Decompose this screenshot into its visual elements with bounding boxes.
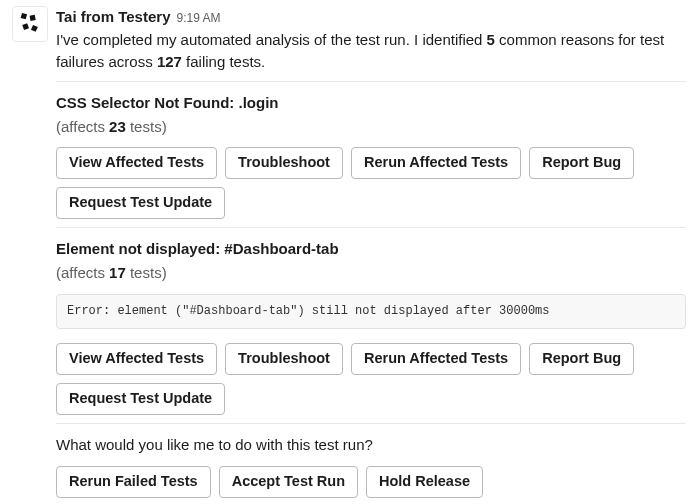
summary-failing-count: 127 bbox=[157, 53, 182, 70]
svg-rect-2 bbox=[22, 23, 29, 30]
troubleshoot-button[interactable]: Troubleshoot bbox=[225, 343, 343, 375]
message-content: Tai from Testery 9:19 AM I've completed … bbox=[56, 6, 686, 504]
affects-suffix: tests) bbox=[126, 118, 167, 135]
troubleshoot-button[interactable]: Troubleshoot bbox=[225, 147, 343, 179]
report-bug-button[interactable]: Report Bug bbox=[529, 343, 634, 375]
request-test-update-button[interactable]: Request Test Update bbox=[56, 187, 225, 219]
hold-release-button[interactable]: Hold Release bbox=[366, 466, 483, 498]
summary-text: I've completed my automated analysis of … bbox=[56, 29, 686, 73]
divider bbox=[56, 423, 686, 424]
section1-affects: (affects 23 tests) bbox=[56, 116, 686, 138]
message-timestamp[interactable]: 9:19 AM bbox=[176, 10, 220, 28]
svg-rect-1 bbox=[30, 15, 36, 21]
summary-reason-count: 5 bbox=[487, 31, 495, 48]
section1-buttons: View Affected Tests Troubleshoot Rerun A… bbox=[56, 147, 686, 179]
view-affected-tests-button[interactable]: View Affected Tests bbox=[56, 343, 217, 375]
sender-name[interactable]: Tai from Testery bbox=[56, 6, 170, 28]
accept-test-run-button[interactable]: Accept Test Run bbox=[219, 466, 358, 498]
sender-avatar[interactable] bbox=[12, 6, 48, 42]
divider bbox=[56, 81, 686, 82]
affects-prefix: (affects bbox=[56, 118, 109, 135]
rerun-affected-tests-button[interactable]: Rerun Affected Tests bbox=[351, 343, 521, 375]
testery-logo-icon bbox=[16, 10, 44, 38]
report-bug-button[interactable]: Report Bug bbox=[529, 147, 634, 179]
message-header: Tai from Testery 9:19 AM bbox=[56, 6, 686, 28]
section2-buttons: View Affected Tests Troubleshoot Rerun A… bbox=[56, 343, 686, 375]
summary-prefix: I've completed my automated analysis of … bbox=[56, 31, 487, 48]
section1-title: CSS Selector Not Found: .login bbox=[56, 92, 686, 114]
footer-buttons: Rerun Failed Tests Accept Test Run Hold … bbox=[56, 466, 686, 498]
svg-rect-3 bbox=[31, 25, 38, 32]
rerun-failed-tests-button[interactable]: Rerun Failed Tests bbox=[56, 466, 211, 498]
section1-buttons-row2: Request Test Update bbox=[56, 187, 686, 219]
divider bbox=[56, 227, 686, 228]
rerun-affected-tests-button[interactable]: Rerun Affected Tests bbox=[351, 147, 521, 179]
svg-rect-0 bbox=[21, 13, 27, 19]
slack-message: Tai from Testery 9:19 AM I've completed … bbox=[12, 6, 686, 504]
footer-question: What would you like me to do with this t… bbox=[56, 434, 686, 456]
error-code-block[interactable]: Error: element ("#Dashboard-tab") still … bbox=[56, 294, 686, 330]
affects-count: 23 bbox=[109, 118, 126, 135]
summary-suffix: failing tests. bbox=[182, 53, 265, 70]
section2-affects: (affects 17 tests) bbox=[56, 262, 686, 284]
section2-buttons-row2: Request Test Update bbox=[56, 383, 686, 415]
affects-suffix: tests) bbox=[126, 264, 167, 281]
affects-count: 17 bbox=[109, 264, 126, 281]
view-affected-tests-button[interactable]: View Affected Tests bbox=[56, 147, 217, 179]
affects-prefix: (affects bbox=[56, 264, 109, 281]
section2-title: Element not displayed: #Dashboard-tab bbox=[56, 238, 686, 260]
request-test-update-button[interactable]: Request Test Update bbox=[56, 383, 225, 415]
